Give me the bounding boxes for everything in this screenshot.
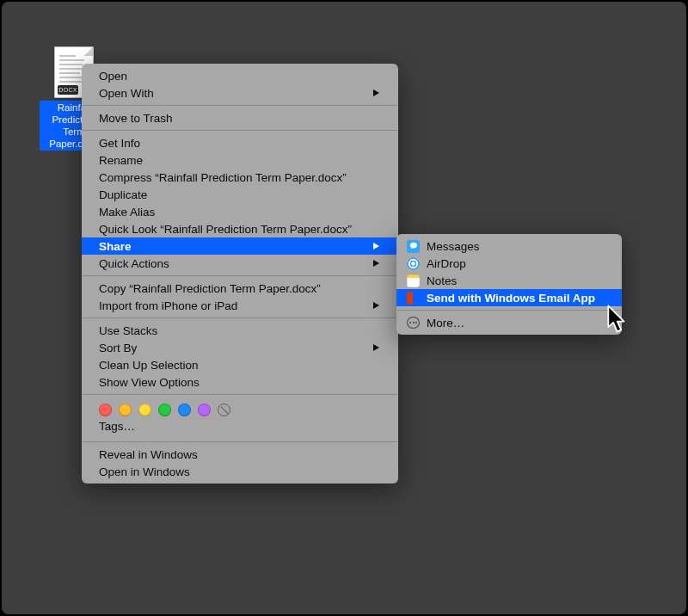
menu-duplicate-label: Duplicate [99,188,147,201]
tag-yellow-icon[interactable] [138,403,151,416]
menu-separator [83,441,397,442]
menu-make-alias[interactable]: Make Alias [82,203,398,220]
desktop-area[interactable]: DOCX Rainfall Prediction Term Paper.docx… [2,2,686,614]
menu-separator [83,275,397,276]
tag-red-icon[interactable] [99,403,112,416]
chevron-right-icon [373,243,379,249]
menu-separator [83,394,397,395]
share-notes-label: Notes [427,274,457,287]
airdrop-icon [407,257,420,270]
menu-view-options-label: Show View Options [99,376,200,389]
menu-rename-label: Rename [99,154,143,167]
menu-open[interactable]: Open [82,67,398,84]
share-more-label: More… [427,317,464,330]
tag-orange-icon[interactable] [119,403,132,416]
menu-reveal-windows[interactable]: Reveal in Windows [82,446,398,463]
menu-clean-up-label: Clean Up Selection [99,359,199,372]
menu-separator [397,310,621,311]
menu-open-windows[interactable]: Open in Windows [82,463,398,480]
menu-compress[interactable]: Compress “Rainfall Prediction Term Paper… [82,169,398,186]
menu-view-options[interactable]: Show View Options [82,373,398,391]
menu-separator [83,317,397,318]
chevron-right-icon [373,89,379,96]
share-submenu[interactable]: Messages AirDrop Notes Send with Windows… [396,234,622,335]
chevron-right-icon [373,302,379,309]
menu-reveal-label: Reveal in Windows [99,448,198,461]
tag-purple-icon[interactable] [198,403,211,416]
share-more[interactable]: More… [396,314,622,331]
share-airdrop[interactable]: AirDrop [396,255,622,272]
file-extension-badge: DOCX [58,85,78,95]
menu-trash[interactable]: Move to Trash [82,109,398,126]
menu-use-stacks[interactable]: Use Stacks [82,322,398,339]
menu-import-iphone-label: Import from iPhone or iPad [99,299,237,312]
menu-quick-look[interactable]: Quick Look “Rainfall Prediction Term Pap… [82,220,398,237]
menu-tags[interactable]: Tags… [82,420,398,438]
notes-icon [407,274,420,287]
share-windows-email-label: Send with Windows Email App [427,292,595,305]
tag-none-icon[interactable] [218,403,230,416]
menu-quick-look-label: Quick Look “Rainfall Prediction Term Pap… [99,223,352,236]
share-airdrop-label: AirDrop [427,257,466,270]
share-notes[interactable]: Notes [396,272,622,289]
tags-color-row [82,398,398,420]
menu-open-with-label: Open With [99,87,154,100]
menu-copy-label: Copy “Rainfall Prediction Term Paper.doc… [99,282,321,295]
menu-sort-by-label: Sort By [99,342,137,354]
menu-separator [83,130,397,131]
menu-rename[interactable]: Rename [82,151,398,169]
menu-open-label: Open [99,70,127,83]
share-windows-email[interactable]: Send with Windows Email App [396,289,622,306]
menu-tags-label: Tags… [99,420,135,433]
menu-open-with[interactable]: Open With [82,84,398,102]
menu-use-stacks-label: Use Stacks [99,324,157,337]
menu-import-iphone[interactable]: Import from iPhone or iPad [82,297,398,314]
chevron-right-icon [373,260,379,267]
menu-sort-by[interactable]: Sort By [82,339,398,356]
windows-mail-icon [407,292,420,305]
menu-get-info-label: Get Info [99,137,140,150]
menu-trash-label: Move to Trash [99,112,173,125]
tag-blue-icon[interactable] [178,403,191,416]
chevron-right-icon [373,344,379,351]
context-menu[interactable]: Open Open With Move to Trash Get Info Re… [82,64,398,484]
more-icon [407,317,420,329]
menu-share-label: Share [99,240,132,253]
menu-separator [83,105,397,106]
menu-open-windows-label: Open in Windows [99,465,190,478]
tag-green-icon[interactable] [158,403,171,416]
share-messages[interactable]: Messages [396,237,622,255]
share-messages-label: Messages [427,240,480,253]
menu-quick-actions-label: Quick Actions [99,257,169,270]
menu-make-alias-label: Make Alias [99,206,155,219]
menu-quick-actions[interactable]: Quick Actions [82,255,398,272]
menu-duplicate[interactable]: Duplicate [82,186,398,203]
menu-clean-up[interactable]: Clean Up Selection [82,356,398,373]
menu-compress-label: Compress “Rainfall Prediction Term Paper… [99,171,347,184]
messages-icon [407,240,420,253]
menu-share[interactable]: Share [82,237,398,255]
menu-get-info[interactable]: Get Info [82,134,398,151]
menu-copy[interactable]: Copy “Rainfall Prediction Term Paper.doc… [82,280,398,297]
